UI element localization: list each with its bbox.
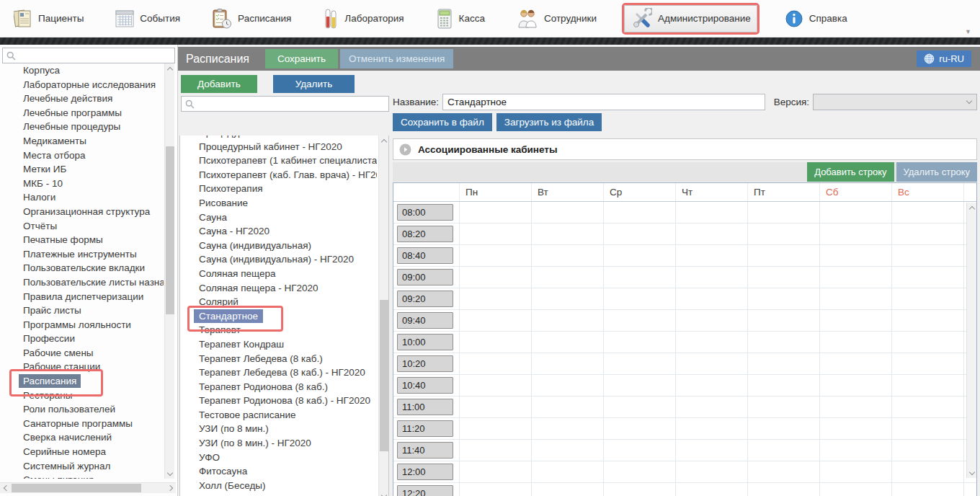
schedule-cell[interactable] xyxy=(604,353,676,374)
save-to-file-button[interactable]: Сохранить в файл xyxy=(393,113,492,131)
time-cell[interactable]: 10:40 xyxy=(397,377,453,394)
sidebar-item[interactable]: Санаторные программы xyxy=(1,417,164,431)
schedule-list-item[interactable]: Терапевт Лебедева (8 каб.) - НГ2020 xyxy=(180,366,377,380)
schedule-cell[interactable] xyxy=(460,332,532,353)
delete-row-button[interactable]: Удалить строку xyxy=(896,162,978,182)
toolbar-item-patients[interactable]: Пациенты xyxy=(7,3,90,35)
schedule-cell[interactable] xyxy=(604,288,676,309)
schedule-cell[interactable] xyxy=(460,397,532,417)
schedule-cell[interactable] xyxy=(820,483,892,496)
schedule-cell[interactable] xyxy=(676,332,748,353)
sidebar-item[interactable]: МКБ - 10 xyxy=(1,177,164,191)
sidebar-item[interactable]: Метки ИБ xyxy=(1,162,164,177)
version-select[interactable] xyxy=(813,94,977,110)
locale-button[interactable]: ru-RU xyxy=(917,50,971,67)
scrollbar-thumb[interactable] xyxy=(12,484,141,492)
schedule-list-item[interactable]: Холл (Беседы) - НГ2020 xyxy=(180,492,377,496)
schedule-cell[interactable] xyxy=(892,353,964,374)
schedule-cell[interactable] xyxy=(892,440,964,461)
save-button[interactable]: Сохранить xyxy=(265,49,338,68)
time-cell[interactable]: 12:20 xyxy=(397,485,453,496)
schedule-cell[interactable] xyxy=(532,245,604,266)
sidebar-horizontal-scrollbar[interactable] xyxy=(0,482,176,493)
schedule-cell[interactable] xyxy=(676,245,748,266)
schedule-cell[interactable] xyxy=(748,418,820,439)
sidebar-item[interactable]: Лабораторные исследования xyxy=(1,78,164,92)
schedule-cell[interactable] xyxy=(820,288,892,309)
schedule-cell[interactable] xyxy=(532,353,604,374)
schedule-cell[interactable] xyxy=(748,288,820,309)
schedule-cell[interactable] xyxy=(460,202,532,223)
schedule-cell[interactable] xyxy=(460,483,532,496)
schedule-list-item[interactable]: УФО xyxy=(180,451,377,465)
schedule-cell[interactable] xyxy=(604,397,676,417)
sidebar-item[interactable]: Медикаменты xyxy=(1,134,164,149)
schedule-list-item[interactable]: Тестовое расписание xyxy=(180,408,377,422)
schedule-cell[interactable] xyxy=(892,461,964,482)
schedule-cell[interactable] xyxy=(748,440,820,461)
schedule-cell[interactable] xyxy=(604,440,676,461)
schedule-cell[interactable] xyxy=(532,223,604,244)
schedule-cell[interactable] xyxy=(820,397,892,417)
time-cell[interactable]: 09:40 xyxy=(397,312,453,329)
schedule-cell[interactable] xyxy=(460,353,532,374)
schedule-cell[interactable] xyxy=(460,375,532,396)
schedule-cell[interactable] xyxy=(820,461,892,482)
sidebar-item[interactable]: Организационная структура xyxy=(1,205,164,219)
sidebar-item[interactable]: Сверка начислений xyxy=(1,430,164,445)
sidebar-item[interactable]: Рабочие станции xyxy=(1,360,164,374)
schedule-cell[interactable] xyxy=(820,375,892,396)
sidebar-item[interactable]: Лечебные программы xyxy=(1,106,164,120)
schedule-cell[interactable] xyxy=(604,375,676,396)
schedule-list-item[interactable]: Терапевт Родионова (8 каб.) xyxy=(180,380,377,394)
schedule-cell[interactable] xyxy=(892,202,964,223)
schedule-cell[interactable] xyxy=(676,483,748,496)
schedule-list-item[interactable]: Фитосауна xyxy=(180,464,377,479)
sidebar-item[interactable]: Программы лояльности xyxy=(1,318,164,332)
schedule-cell[interactable] xyxy=(892,310,964,331)
sidebar-item[interactable]: Лечебные процедуры xyxy=(1,120,164,134)
scroll-down-icon[interactable] xyxy=(165,469,175,479)
scroll-right-icon[interactable] xyxy=(166,483,176,493)
schedule-cell[interactable] xyxy=(892,418,964,439)
scroll-up-icon[interactable] xyxy=(165,63,175,74)
load-from-file-button[interactable]: Загрузить из файла xyxy=(496,113,602,131)
schedule-cell[interactable] xyxy=(532,483,604,496)
schedule-cell[interactable] xyxy=(676,223,748,244)
schedule-cell[interactable] xyxy=(892,375,964,396)
sidebar-item[interactable]: Правила диспетчеризации xyxy=(1,290,164,304)
cancel-changes-button[interactable]: Отменить изменения xyxy=(340,49,453,68)
schedule-list-item[interactable]: Психотерапевт (каб. Глав. врача) - НГ202… xyxy=(180,168,377,182)
schedule-cell[interactable] xyxy=(532,440,604,461)
time-cell[interactable]: 10:00 xyxy=(397,334,453,350)
grid-vertical-scrollbar[interactable] xyxy=(966,203,976,478)
time-cell[interactable]: 09:00 xyxy=(397,269,453,285)
scrollbar-thumb[interactable] xyxy=(380,300,388,451)
schedule-search-input[interactable] xyxy=(197,97,388,110)
schedule-cell[interactable] xyxy=(748,332,820,353)
sidebar-item[interactable]: Роли пользователей xyxy=(1,402,164,417)
toolbar-item-employees[interactable]: Сотрудники xyxy=(510,3,603,35)
scroll-left-icon[interactable] xyxy=(0,483,10,493)
time-cell[interactable]: 11:20 xyxy=(397,420,453,437)
schedule-cell[interactable] xyxy=(748,483,820,496)
sidebar-item[interactable]: Места отбора xyxy=(1,149,164,163)
schedule-cell[interactable] xyxy=(460,310,532,331)
sidebar-item[interactable]: Печатные формы xyxy=(1,233,164,247)
sidebar-item[interactable]: Пользовательские вкладки xyxy=(1,261,164,275)
schedule-list-item[interactable]: Соляная пещера - НГ2020 xyxy=(180,281,377,296)
add-row-button[interactable]: Добавить строку xyxy=(807,162,894,182)
toolbar-item-schedules[interactable]: Расписания xyxy=(205,3,298,35)
time-cell[interactable]: 11:00 xyxy=(397,399,453,415)
schedule-cell[interactable] xyxy=(532,418,604,439)
schedule-cell[interactable] xyxy=(676,375,748,396)
scroll-up-icon[interactable] xyxy=(379,136,389,146)
schedule-list-item[interactable]: Солярий xyxy=(180,295,377,309)
schedule-cell[interactable] xyxy=(532,461,604,482)
schedule-cell[interactable] xyxy=(820,267,892,288)
toolbar-item-help[interactable]: Справка xyxy=(778,3,854,35)
scroll-up-icon[interactable] xyxy=(967,203,977,213)
schedule-cell[interactable] xyxy=(892,332,964,353)
schedule-cell[interactable] xyxy=(748,397,820,417)
schedule-cell[interactable] xyxy=(892,245,964,266)
